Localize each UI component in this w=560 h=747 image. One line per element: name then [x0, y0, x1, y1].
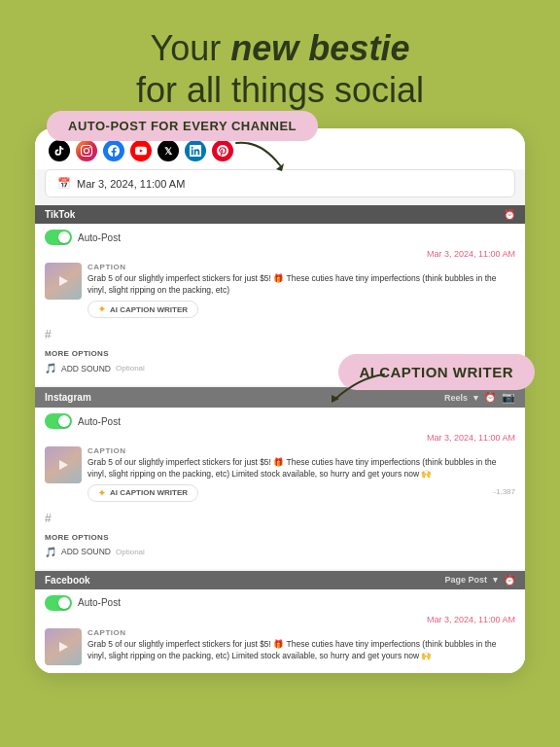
instagram-icon[interactable] [76, 140, 97, 161]
tiktok-add-sound-text[interactable]: ADD SOUND [61, 364, 111, 374]
instagram-music-icon: 🎵 [45, 547, 56, 557]
header-line1-normal: Your [151, 28, 231, 68]
instagram-chevron-icon: ▾ [473, 393, 478, 403]
tiktok-ai-caption-btn[interactable]: ✦ AI CAPTION WRITER [88, 301, 198, 318]
facebook-label: Facebook [45, 575, 90, 586]
tiktok-icon[interactable] [49, 140, 70, 161]
tiktok-autopost-row: Auto-Post [45, 230, 515, 245]
tiktok-caption-text[interactable]: Grab 5 of our slightly imperfect sticker… [88, 273, 515, 297]
facebook-autopost-text: Auto-Post [78, 597, 121, 608]
instagram-autopost-row: Auto-Post [45, 413, 515, 429]
instagram-ig-icon: 📷 [502, 391, 515, 404]
tiktok-caption-content: CAPTION Grab 5 of our slightly imperfect… [88, 263, 515, 318]
header-line2: for all things social [136, 70, 424, 110]
tiktok-toggle[interactable] [45, 230, 72, 245]
facebook-caption-content: CAPTION Grab 5 of our slightly imperfect… [88, 628, 515, 665]
twitter-icon[interactable]: 𝕏 [158, 140, 179, 161]
instagram-caption-text[interactable]: Grab 5 of our slightly imperfect sticker… [88, 457, 515, 480]
auto-post-badge: AUTO-POST FOR EVERY CHANNEL [47, 111, 318, 141]
tiktok-optional-text: Optional [116, 364, 145, 373]
tiktok-caption-area: CAPTION Grab 5 of our slightly imperfect… [45, 263, 515, 318]
facebook-header: Facebook Page Post ▾ ⏰ [35, 571, 525, 589]
facebook-toggle-label: Auto-Post [45, 595, 121, 611]
facebook-body: Auto-Post Mar 3, 2024, 11:00 AM CAPTION … [35, 589, 525, 673]
calendar-icon: 📅 [57, 177, 71, 190]
facebook-caption-area: CAPTION Grab 5 of our slightly imperfect… [45, 628, 515, 665]
linkedin-icon[interactable] [185, 140, 206, 161]
tiktok-caption-label: CAPTION [88, 263, 515, 271]
instagram-thumbnail [45, 446, 82, 483]
instagram-add-sound-row: 🎵 ADD SOUND Optional [45, 544, 515, 563]
instagram-caption-label: CAPTION [88, 446, 515, 455]
instagram-section: Instagram Reels ▾ ⏰ 📷 Auto-Post [35, 387, 525, 569]
instagram-hashtag-row[interactable]: # [45, 508, 515, 529]
instagram-caption-area: CAPTION Grab 5 of our slightly imperfect… [45, 446, 515, 502]
tiktok-music-icon: 🎵 [45, 363, 56, 374]
facebook-caption-label: CAPTION [88, 628, 515, 637]
facebook-chevron-icon: ▾ [493, 575, 498, 585]
facebook-icon[interactable] [103, 140, 124, 161]
instagram-optional-text: Optional [116, 548, 145, 556]
tiktok-thumbnail [45, 263, 82, 300]
instagram-caption-footer: ✦ AI CAPTION WRITER -1,387 [88, 480, 515, 502]
instagram-autopost-text: Auto-Post [78, 416, 121, 427]
instagram-toggle[interactable] [45, 413, 72, 429]
tiktok-clock-icon: ⏰ [504, 209, 515, 220]
instagram-header: Instagram Reels ▾ ⏰ 📷 [35, 387, 525, 408]
instagram-label: Instagram [45, 392, 91, 403]
main-card: 𝕏 📅 Mar 3, 2024, 11:00 AM TikTok ⏰ [35, 128, 525, 673]
date-value: Mar 3, 2024, 11:00 AM [77, 178, 185, 190]
tiktok-ai-star-icon: ✦ [98, 304, 106, 314]
ai-caption-arrow [321, 370, 389, 412]
instagram-body: Auto-Post Mar 3, 2024, 11:00 AM CAPTION … [35, 408, 525, 569]
facebook-autopost-row: Auto-Post [45, 595, 515, 611]
instagram-ai-star-icon: ✦ [98, 488, 106, 498]
facebook-clock-icon: ⏰ [504, 575, 515, 586]
facebook-header-right: Page Post ▾ ⏰ [444, 575, 515, 586]
facebook-section: Facebook Page Post ▾ ⏰ Auto-Post Mar [35, 571, 525, 673]
facebook-timestamp: Mar 3, 2024, 11:00 AM [45, 615, 515, 624]
instagram-reels-label: Reels [444, 393, 468, 403]
card-content: 𝕏 📅 Mar 3, 2024, 11:00 AM TikTok ⏰ [35, 128, 525, 673]
facebook-toggle[interactable] [45, 595, 72, 611]
tiktok-ai-caption-label: AI CAPTION WRITER [110, 305, 188, 314]
header-section: Your new bestie for all things social [0, 0, 560, 128]
tiktok-timestamp: Mar 3, 2024, 11:00 AM [45, 249, 515, 259]
tiktok-toggle-label: Auto-Post [45, 230, 121, 245]
youtube-icon[interactable] [130, 140, 152, 161]
instagram-add-sound-text[interactable]: ADD SOUND [61, 547, 111, 556]
instagram-clock-icon: ⏰ [484, 392, 496, 403]
header-title: Your new bestie for all things social [29, 27, 531, 111]
facebook-caption-text[interactable]: Grab 5 of our slightly imperfect sticker… [88, 639, 515, 662]
tiktok-header: TikTok ⏰ [35, 205, 525, 224]
instagram-ai-caption-btn[interactable]: ✦ AI CAPTION WRITER [88, 484, 198, 502]
pinterest-icon[interactable] [212, 140, 233, 161]
instagram-caption-content: CAPTION Grab 5 of our slightly imperfect… [88, 446, 515, 502]
autopost-arrow [231, 138, 290, 177]
facebook-page-post-label: Page Post [444, 575, 487, 585]
header-line1-bold: new bestie [230, 28, 409, 68]
instagram-header-right: Reels ▾ ⏰ 📷 [444, 391, 515, 404]
instagram-toggle-label: Auto-Post [45, 413, 121, 429]
instagram-char-count: -1,387 [493, 487, 515, 496]
instagram-more-options: MORE OPTIONS [45, 529, 515, 544]
tiktok-label: TikTok [45, 209, 75, 220]
instagram-ai-caption-label: AI CAPTION WRITER [110, 488, 188, 497]
instagram-timestamp: Mar 3, 2024, 11:00 AM [45, 433, 515, 443]
facebook-thumbnail [45, 628, 82, 665]
tiktok-autopost-text: Auto-Post [78, 232, 121, 243]
tiktok-hashtag-row[interactable]: # [45, 324, 515, 345]
